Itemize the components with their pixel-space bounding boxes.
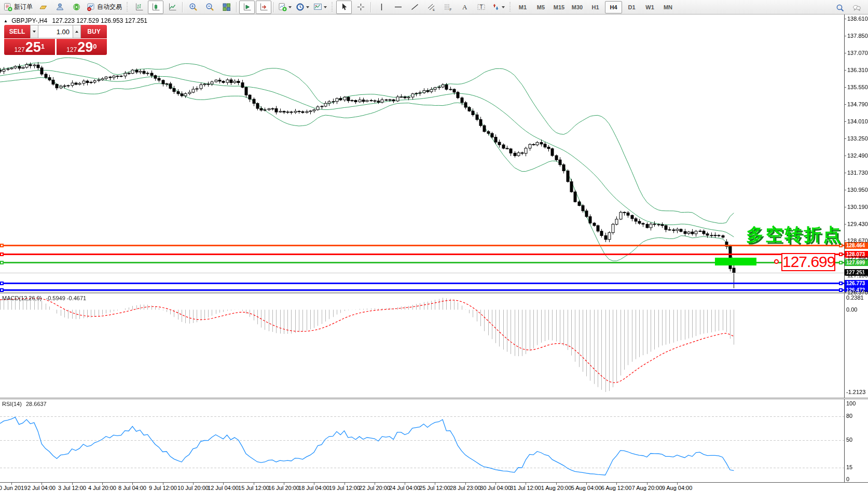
macd-title: MACD(12,26,9) (2, 295, 42, 301)
toolbar-separator (273, 2, 274, 12)
fibonacci-button[interactable]: F (440, 1, 456, 14)
callout-anchor-dot (774, 259, 779, 264)
equidistant-channel-button[interactable]: E (423, 1, 439, 14)
buy-button[interactable]: BUY (81, 25, 107, 38)
price-callout-box[interactable]: 127.699 (781, 253, 835, 271)
toolbar-separator (182, 2, 183, 12)
price-axis-label: 133.250 (847, 135, 868, 142)
templates-button[interactable] (312, 1, 328, 14)
candlestick-icon (151, 3, 160, 11)
price-axis-tick (844, 121, 846, 122)
search-button[interactable] (832, 1, 848, 15)
period-button-m15[interactable]: M15 (550, 1, 568, 13)
horizontal-price-line-126.773[interactable] (0, 283, 844, 284)
tile-windows-icon (222, 3, 231, 11)
market-watch-button[interactable] (35, 1, 51, 14)
time-axis-label: 22 Jul 20:00 (359, 485, 390, 491)
navigator-button[interactable] (52, 1, 67, 14)
volume-decrease-button[interactable] (30, 25, 38, 38)
bar-chart-button[interactable] (131, 1, 147, 14)
time-axis-label: 4 Jul 20:00 (88, 485, 116, 491)
horizontal-price-line-128.073[interactable] (0, 254, 844, 255)
candlestick-button[interactable] (148, 1, 163, 14)
period-button-h1[interactable]: H1 (587, 1, 604, 13)
rsi-value: 28.6637 (26, 401, 47, 407)
price-axis-label: 128.670 (847, 237, 868, 244)
highlight-rectangle[interactable] (715, 258, 756, 265)
horizontal-price-line-126.472-handle[interactable] (0, 288, 4, 292)
period-button-d1[interactable]: D1 (623, 1, 640, 13)
collapse-panel-arrow-icon[interactable]: ▲ (4, 19, 8, 23)
horizontal-price-line-126.773-handle[interactable] (839, 282, 843, 285)
horizontal-line-button[interactable] (390, 1, 406, 14)
price-axis-tick (844, 292, 846, 293)
candlestick-chart-canvas[interactable] (0, 15, 844, 292)
horizontal-price-line-128.073-handle[interactable] (0, 252, 4, 256)
zoom-out-button[interactable] (202, 1, 217, 14)
auto-scroll-button[interactable] (239, 1, 255, 14)
tile-windows-button[interactable] (218, 1, 234, 14)
price-axis-tick (844, 19, 846, 19)
zoom-out-icon (205, 3, 214, 11)
price-axis-tick (844, 138, 846, 139)
auto-trading-button[interactable]: 自动交易 (85, 1, 123, 14)
period-button-mn[interactable]: MN (659, 1, 677, 13)
volume-input[interactable] (38, 25, 73, 38)
price-axis-tick (844, 36, 846, 36)
trendline-button[interactable] (407, 1, 422, 14)
sell-button[interactable]: SELL (4, 25, 30, 38)
horizontal-price-line-126.472[interactable] (0, 289, 844, 291)
periods-button[interactable] (294, 1, 311, 14)
zoom-in-button[interactable] (185, 1, 201, 14)
horizontal-price-line-128.464[interactable] (0, 245, 844, 246)
rsi-indicator-canvas[interactable] (0, 399, 844, 482)
period-button-w1[interactable]: W1 (641, 1, 658, 13)
chart-window: 128.464128.073127.699126.773126.472127.2… (0, 15, 868, 491)
line-chart-button[interactable] (164, 1, 180, 14)
vertical-line-button[interactable] (374, 1, 389, 14)
horizontal-price-line-126.472-handle[interactable] (839, 288, 843, 292)
community-chat-button[interactable] (849, 1, 864, 15)
horizontal-price-line-128.464-handle[interactable] (0, 244, 4, 247)
period-button-h4[interactable]: H4 (605, 1, 622, 13)
crosshair-button[interactable] (353, 1, 368, 14)
horizontal-price-line-127.699-handle[interactable] (839, 261, 843, 264)
price-axis-label: 135.550 (847, 84, 868, 90)
time-axis-label: 16 Jul 20:00 (268, 485, 299, 491)
chart-symbol-period: GBPJPY-,H4 (11, 17, 47, 24)
time-axis-label: 1 Aug 20:00 (541, 485, 572, 491)
arrows-button[interactable] (490, 1, 506, 14)
price-axis-label: 131.730 (847, 170, 868, 176)
text-label-button[interactable]: T (473, 1, 489, 14)
horizontal-price-line-127.699-handle[interactable] (0, 261, 4, 264)
signals-icon (72, 3, 81, 11)
period-button-m5[interactable]: M5 (532, 1, 549, 13)
volume-increase-button[interactable] (73, 25, 81, 38)
sell-price-main: 25 (25, 41, 41, 54)
time-axis-label: 5 Aug 04:00 (571, 485, 602, 491)
new-order-button[interactable]: 新订单 (2, 1, 34, 14)
horizontal-price-line-126.773-handle[interactable] (0, 282, 4, 285)
signals-button[interactable] (68, 1, 84, 14)
price-axis-tick (844, 70, 846, 71)
text-icon: A (460, 3, 469, 11)
buy-price-button[interactable]: 127 29 0 (57, 39, 107, 55)
new-order-button-label: 新订单 (14, 3, 33, 11)
period-button-m1[interactable]: M1 (514, 1, 531, 13)
chat-icon (852, 4, 861, 12)
macd-values: -0.5949 -0.4671 (46, 295, 86, 301)
sell-price-button[interactable]: 127 25 1 (4, 39, 55, 55)
chart-annotation-text[interactable]: 多空转折点 (746, 223, 842, 247)
pane-separator (0, 292, 868, 293)
macd-indicator-canvas[interactable] (0, 293, 844, 398)
cursor-button[interactable] (336, 1, 352, 14)
text-button[interactable]: A (457, 1, 472, 14)
crosshair-icon (356, 3, 365, 11)
price-axis-tick (844, 275, 846, 276)
period-button-m30[interactable]: M30 (569, 1, 586, 13)
indicators-button[interactable] (277, 1, 293, 14)
time-axis-label: 9 Aug 04:00 (662, 485, 693, 491)
horizontal-price-line-128.073-handle[interactable] (839, 252, 843, 256)
chart-shift-button[interactable] (256, 1, 271, 14)
time-axis-label: 6 Aug 12:00 (601, 485, 632, 491)
